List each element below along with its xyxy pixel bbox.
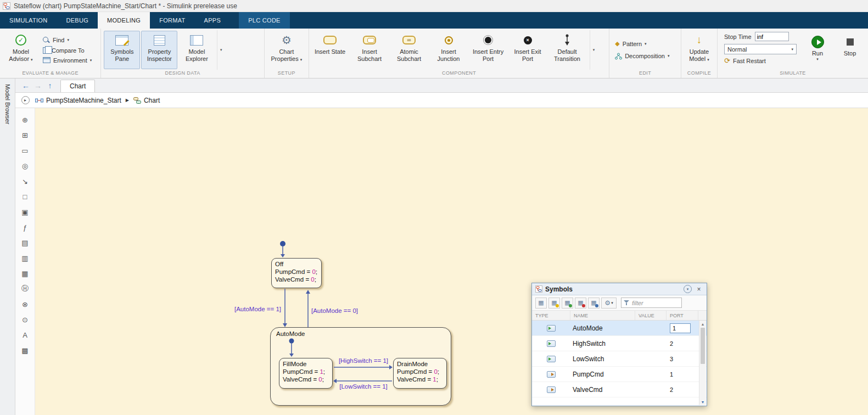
- symbol-row-pumpcmd[interactable]: PumpCmd 1: [532, 367, 707, 382]
- atomic-subchart-button[interactable]: ∞ Atomic Subchart: [391, 31, 427, 69]
- create-input-data-button[interactable]: ▦: [548, 298, 560, 309]
- transition-label-automode-0[interactable]: [AutoMode == 0]: [311, 307, 358, 314]
- palette-simulink-function[interactable]: ▥: [20, 253, 31, 263]
- panel-dock-icon[interactable]: ▾: [684, 285, 692, 293]
- stop-icon: [847, 38, 854, 46]
- tab-format[interactable]: FORMAT: [150, 12, 194, 29]
- state-off[interactable]: Off PumpCmd = 0; ValveCmd = 0;: [271, 258, 322, 288]
- palette-exit-junction[interactable]: ⊗: [20, 299, 31, 309]
- column-type[interactable]: TYPE: [532, 311, 570, 320]
- symbols-settings-button[interactable]: ⚙▾: [601, 298, 617, 309]
- model-explorer-button[interactable]: Model Explorer: [178, 31, 215, 69]
- stop-time-input[interactable]: [755, 32, 789, 41]
- symbol-row-automode[interactable]: AutoMode 1: [532, 321, 707, 336]
- symbol-row-lowswitch[interactable]: LowSwitch 3: [532, 351, 707, 367]
- property-inspector-button[interactable]: Property Inspector: [141, 31, 177, 69]
- property-inspector-icon: [154, 35, 165, 46]
- collapse-palette-button[interactable]: ▸: [21, 96, 30, 104]
- palette-graphical-function[interactable]: ƒ: [20, 222, 31, 232]
- output-data-icon: [547, 371, 556, 378]
- chart-icon: [133, 97, 141, 104]
- environment-button[interactable]: Environment▾: [43, 57, 92, 64]
- environment-icon: [43, 57, 51, 63]
- insert-exit-port-button[interactable]: × Insert Exit Port: [509, 31, 546, 69]
- fast-restart-toggle[interactable]: ⟳Fast Restart: [724, 57, 797, 64]
- palette-box-annotation[interactable]: □: [20, 192, 31, 201]
- insert-junction-button[interactable]: Insert Junction: [430, 31, 467, 69]
- scroll-up-icon[interactable]: ▲: [699, 321, 706, 327]
- tab-modeling[interactable]: MODELING: [98, 12, 150, 29]
- section-evaluate: ✓ Model Advisor ▾ Find▾ Compare To Envir…: [0, 29, 101, 78]
- component-more-button[interactable]: ▾: [590, 30, 597, 70]
- tab-apps[interactable]: APPS: [195, 12, 231, 29]
- palette-entry-junction[interactable]: ⊙: [20, 315, 31, 324]
- model-browser-strip[interactable]: Model Browser: [0, 78, 15, 415]
- palette-state[interactable]: ▭: [20, 145, 31, 155]
- symbols-pane-button[interactable]: Symbols Pane: [104, 31, 140, 69]
- run-icon: [811, 36, 824, 48]
- forward-button[interactable]: →: [32, 80, 44, 92]
- symbols-table-header[interactable]: TYPE NAME VALUE PORT: [532, 311, 707, 321]
- create-data-button[interactable]: ▦: [535, 298, 547, 309]
- transition-label-lowswitch[interactable]: [LowSwitch == 1]: [335, 383, 392, 390]
- resolve-undefined-button[interactable]: ▦: [575, 298, 586, 309]
- design-data-more-button[interactable]: ▾: [217, 30, 225, 70]
- palette-fit-to-view[interactable]: ⊞: [20, 130, 31, 140]
- stop-button[interactable]: Stop: [839, 32, 861, 69]
- filter-input[interactable]: [632, 300, 679, 306]
- transition-automode-eq-0[interactable]: [306, 290, 310, 327]
- breadcrumb-model[interactable]: PumpStateMachine_Start: [46, 97, 121, 104]
- transition-automode-eq-1[interactable]: [283, 289, 287, 327]
- column-value[interactable]: VALUE: [635, 311, 667, 320]
- tab-simulation[interactable]: SIMULATION: [0, 12, 57, 29]
- palette-history-junction[interactable]: Ⓗ: [20, 284, 31, 294]
- document-tab-chart[interactable]: Chart: [60, 80, 95, 92]
- symbol-row-highswitch[interactable]: HighSwitch 2: [532, 336, 707, 351]
- palette-image-annotation[interactable]: ▣: [20, 207, 31, 217]
- transition-label-automode-1[interactable]: [AutoMode == 1]: [225, 306, 281, 312]
- tab-debug[interactable]: DEBUG: [57, 12, 98, 29]
- palette-matlab-function[interactable]: ▤: [20, 238, 31, 248]
- column-port[interactable]: PORT: [667, 311, 698, 320]
- palette-pattern[interactable]: ▩: [20, 345, 31, 355]
- scroll-down-icon[interactable]: ▼: [699, 399, 706, 405]
- default-transition-button[interactable]: Default Transition: [549, 31, 585, 69]
- stop-time-label: Stop Time: [724, 33, 752, 40]
- palette-truth-table[interactable]: ▦: [20, 268, 31, 278]
- panel-close-icon[interactable]: ×: [695, 285, 703, 293]
- insert-state-button[interactable]: Insert State: [312, 31, 348, 69]
- tab-plc-code[interactable]: PLC CODE: [239, 12, 290, 29]
- model-advisor-button[interactable]: ✓ Model Advisor ▾: [3, 31, 39, 69]
- column-name[interactable]: NAME: [570, 311, 635, 320]
- symbols-panel-titlebar[interactable]: Symbols ▾ ×: [532, 283, 707, 295]
- breadcrumb-chart[interactable]: Chart: [144, 97, 160, 104]
- transition-label-highswitch[interactable]: [HighSwitch == 1]: [335, 357, 392, 364]
- compare-to-button[interactable]: Compare To: [43, 47, 92, 54]
- pattern-button[interactable]: ◆Pattern▾: [615, 41, 669, 47]
- run-button[interactable]: Run ▾: [805, 32, 830, 69]
- symbols-table: AutoMode 1 HighSwitch 2 LowSwitc: [532, 321, 707, 397]
- state-fillmode[interactable]: FillMode PumpCmd = 1; ValveCmd = 0;: [279, 358, 333, 389]
- update-model-button[interactable]: ↓ Update Model ▾: [684, 31, 714, 69]
- palette-default-transition[interactable]: ↘: [20, 176, 31, 186]
- scrollbar-thumb[interactable]: [701, 328, 705, 364]
- palette-junction[interactable]: ◎: [20, 161, 31, 171]
- palette-annotation[interactable]: A: [20, 330, 31, 340]
- state-drainmode[interactable]: DrainMode PumpCmd = 0; ValveCmd = 1;: [393, 358, 447, 389]
- insert-subchart-button[interactable]: Insert Subchart: [351, 31, 388, 69]
- chart-properties-button[interactable]: ⚙ Chart Properties ▾: [268, 31, 305, 69]
- up-to-parent-button[interactable]: ↑: [44, 80, 56, 92]
- back-button[interactable]: ←: [20, 80, 32, 92]
- symbol-row-valvecmd[interactable]: ValveCmd 2: [532, 382, 707, 397]
- chart-canvas[interactable]: AutoMode Off PumpCmd = 0; ValveCmd = 0; …: [35, 108, 868, 415]
- simulation-mode-select[interactable]: Normal▾: [724, 44, 797, 54]
- decomposition-button[interactable]: Decomposition▾: [615, 53, 669, 60]
- palette-zoom-in[interactable]: ⊕: [20, 115, 31, 125]
- symbols-scrollbar[interactable]: ▲ ▼: [699, 321, 706, 405]
- find-button[interactable]: Find▾: [43, 37, 92, 44]
- default-transition-off[interactable]: [280, 241, 285, 257]
- insert-entry-port-button[interactable]: Insert Entry Port: [470, 31, 506, 69]
- view-columns-button[interactable]: ▦: [588, 298, 600, 309]
- create-output-data-button[interactable]: ▦: [562, 298, 573, 309]
- port-edit-field[interactable]: 1: [670, 323, 691, 333]
